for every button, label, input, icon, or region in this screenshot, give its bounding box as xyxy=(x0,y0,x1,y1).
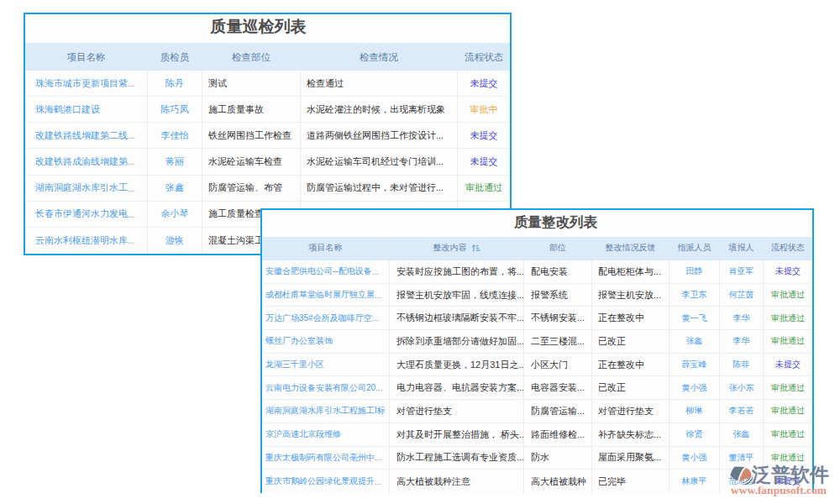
truncation-ellipsis: ... xyxy=(128,209,135,219)
inspection-project-link-text: 湖南洞庭湖水库引水工 xyxy=(35,181,128,194)
inspection-part: 施工质量事故 xyxy=(202,97,301,122)
truncation-ellipsis: ... xyxy=(375,477,381,486)
inspection-inspector[interactable]: 蒋丽 xyxy=(148,149,202,174)
inspection-project-link[interactable]: 珠海市城市更新项目紫... xyxy=(25,71,148,96)
truncation-ellipsis: ... xyxy=(128,235,135,245)
rectification-project-link-text: 云南电力设备安装有限公司20 xyxy=(265,382,375,394)
rectification-status: 审批通过 xyxy=(764,330,812,353)
inspection-status: 未提交 xyxy=(458,71,510,96)
inspection-status: 审批通过 xyxy=(458,176,510,201)
rectification-assignee[interactable]: 黄小强 xyxy=(669,447,720,470)
rectification-row: 龙湖三千里小区大理石质量更换，12月31日之...小区大门正在整改中薛宝峰陈菲未… xyxy=(262,354,812,377)
rectification-reporter[interactable]: 董清平 xyxy=(720,447,764,470)
rectification-reporter[interactable]: 何芷茵 xyxy=(720,284,764,307)
rectification-reporter[interactable]: 范思哲 xyxy=(720,470,764,493)
rectification-assignee[interactable]: 田静 xyxy=(669,260,720,283)
rectification-part: 不锈钢安装... xyxy=(524,307,592,329)
inspection-project-link[interactable]: 改建铁路成渝线增建第... xyxy=(25,149,148,174)
rectification-reporter[interactable]: 陈菲 xyxy=(720,354,764,376)
rectification-part: 防腐管运输... xyxy=(524,400,592,423)
inspection-project-link[interactable]: 改建铁路线增建第二线... xyxy=(25,123,148,148)
rectification-col-status[interactable]: 流程状态 xyxy=(764,237,812,260)
inspection-col-project[interactable]: 项目名称 xyxy=(25,44,148,71)
rectification-project-link[interactable]: 京沪高速北京段维修 xyxy=(262,423,390,446)
rectification-assignee[interactable]: 黄一飞 xyxy=(669,307,720,329)
rectification-project-link[interactable]: 螺丝厂办公室装饰 xyxy=(262,330,390,353)
inspection-situation: 水泥砼运输车司机经过专门培训... xyxy=(301,149,458,174)
rectification-part: 路面维修检... xyxy=(524,423,592,446)
rectification-assignee[interactable]: 薛宝峰 xyxy=(669,354,720,376)
rectification-assignee[interactable]: 徐贤 xyxy=(669,423,720,446)
rectification-reporter[interactable]: 李若若 xyxy=(720,400,764,423)
rectification-reporter[interactable]: 李华 xyxy=(720,307,764,329)
rectification-status: 审批通过 xyxy=(764,376,812,399)
rectification-reporter[interactable]: 李华 xyxy=(720,330,764,353)
rectification-project-link[interactable]: 重庆太极制药有限公司亳州中... xyxy=(262,447,390,470)
rectification-assignee[interactable]: 柳琳 xyxy=(669,400,720,423)
rectification-part: 二至三楼混... xyxy=(524,330,592,353)
rectification-assignee[interactable]: 张鑫 xyxy=(669,330,720,353)
inspection-col-situation[interactable]: 检查情况 xyxy=(301,44,458,71)
rectification-col-feedback[interactable]: 整改情况反馈 xyxy=(592,237,669,260)
inspection-inspector[interactable]: 陈巧凤 xyxy=(148,97,202,122)
inspection-inspector[interactable]: 游恢 xyxy=(148,228,202,254)
rectification-project-link[interactable]: 万达广场35#会所及咖啡厅空... xyxy=(262,307,390,329)
rectification-reporter[interactable]: 肖亚军 xyxy=(720,260,764,283)
inspection-part: 测试 xyxy=(202,71,301,96)
inspection-inspector[interactable]: 张鑫 xyxy=(148,176,202,201)
rectification-project-link[interactable]: 龙湖三千里小区 xyxy=(262,354,390,376)
truncation-ellipsis: ... xyxy=(128,156,135,166)
inspection-inspector[interactable]: 余小琴 xyxy=(148,202,202,227)
rectification-project-link-text: 万达广场35#会所及咖啡厅空 xyxy=(265,312,372,324)
inspection-inspector[interactable]: 陈丹 xyxy=(148,71,202,96)
inspection-project-link[interactable]: 长春市伊通河水力发电... xyxy=(25,202,148,227)
rectification-project-link[interactable]: 云南电力设备安装有限公司20... xyxy=(262,376,390,399)
rectification-content: 不锈钢边框玻璃隔断安装不牢... xyxy=(390,307,524,329)
inspection-part: 铁丝网围挡工作检查 xyxy=(202,123,301,148)
rectification-content: 对管进行垫支 xyxy=(390,400,524,423)
rectification-project-link[interactable]: 安徽合肥供电公司--配电设备... xyxy=(262,260,390,283)
inspection-situation: 检查通过 xyxy=(301,71,458,96)
rectification-assignee[interactable]: 黄小强 xyxy=(669,376,720,399)
rectification-reporter[interactable]: 张小东 xyxy=(720,376,764,399)
inspection-status: 审批中 xyxy=(458,97,510,122)
rectification-col-content[interactable]: 整改内容 xyxy=(390,237,524,260)
rectification-col-project[interactable]: 项目名称 xyxy=(262,237,390,260)
truncation-ellipsis: ... xyxy=(375,453,381,462)
rectification-row: 云南电力设备安装有限公司20...电力电容器、电抗器安装方案,...电容器安装.… xyxy=(262,376,812,400)
rectification-col-assignee[interactable]: 指派人员 xyxy=(669,237,720,260)
rectification-table-body: 安徽合肥供电公司--配电设备...安装时应按施工图的布置，将...配电安装配电柜… xyxy=(262,260,812,493)
rectification-project-link[interactable]: 湖南洞庭湖水库引水工程施工I标 xyxy=(262,400,390,423)
rectification-reporter[interactable]: 张鑫 xyxy=(720,423,764,446)
rectification-feedback: 屋面采用聚氨... xyxy=(592,447,669,470)
inspection-col-part[interactable]: 检查部位 xyxy=(202,44,301,71)
inspection-project-link-text: 改建铁路成渝线增建第 xyxy=(35,155,128,168)
rectification-project-link-text: 成都杜甫草堂临时展厅独立展 xyxy=(265,289,375,301)
rectification-status: 未提交 xyxy=(764,470,812,493)
inspection-col-status[interactable]: 流程状态 xyxy=(458,44,510,71)
inspection-col-inspector[interactable]: 质检员 xyxy=(148,44,202,71)
rectification-col-reporter[interactable]: 填报人 xyxy=(720,237,764,260)
rectification-feedback: 正在整改中 xyxy=(592,307,669,329)
inspection-table-title-text: 质量巡检列表 xyxy=(211,16,307,38)
sort-ascending-icon[interactable] xyxy=(472,244,480,252)
rectification-project-link[interactable]: 重庆市鹅岭公园绿化景观提升... xyxy=(262,470,390,493)
inspection-inspector[interactable]: 李佳怡 xyxy=(148,123,202,148)
rectification-project-link[interactable]: 成都杜甫草堂临时展厅独立展... xyxy=(262,284,390,307)
rectification-row: 成都杜甫草堂临时展厅独立展...报警主机安放牢固，线缆连接...报警系统报警主机… xyxy=(262,284,812,307)
truncation-ellipsis: ... xyxy=(128,183,135,193)
rectification-project-link-text: 重庆太极制药有限公司亳州中 xyxy=(265,452,375,464)
rectification-assignee[interactable]: 李卫东 xyxy=(669,284,720,307)
rectification-col-part[interactable]: 部位 xyxy=(524,237,592,260)
rectification-part: 小区大门 xyxy=(524,354,592,376)
rectification-status: 审批通过 xyxy=(764,400,812,423)
rectification-part: 防水 xyxy=(524,447,592,470)
inspection-project-link[interactable]: 珠海鹤港口建设 xyxy=(25,97,148,122)
inspection-project-link[interactable]: 湖南洞庭湖水库引水工... xyxy=(25,176,148,201)
rectification-table: 质量整改列表 项目名称 整改内容 部位 整改情况反馈 指派人员 填报人 流程状态… xyxy=(260,208,814,493)
rectification-content: 报警主机安放牢固，线缆连接... xyxy=(390,284,524,307)
rectification-assignee[interactable]: 林康平 xyxy=(669,470,720,493)
rectification-feedback: 报警主机安放... xyxy=(592,284,669,307)
inspection-project-link[interactable]: 云南水利枢纽潜明水库... xyxy=(25,228,148,254)
rectification-content: 防水工程施工选调有专业资质... xyxy=(390,447,524,470)
